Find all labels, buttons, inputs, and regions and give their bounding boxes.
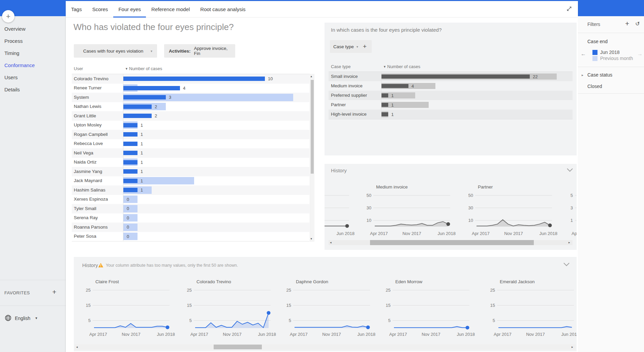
- table-row[interactable]: Upton Mosley1: [72, 121, 309, 130]
- filters-divider: [578, 33, 644, 33]
- sidebar-item-overview[interactable]: Overview: [0, 23, 66, 35]
- users-table-vscrollbar[interactable]: ▴▾: [310, 74, 314, 242]
- metric-filter-chip[interactable]: Cases with four eyes violation ▾: [74, 44, 157, 58]
- scroll-thumb[interactable]: [311, 80, 314, 174]
- table-row[interactable]: Colorado Trevino10: [72, 74, 309, 84]
- y-tick-label: 15: [280, 303, 291, 308]
- row-label: Medium invoice: [331, 83, 363, 88]
- value-label: 1: [141, 187, 143, 193]
- tab-root-cause-analysis[interactable]: Root cause analysis: [200, 1, 245, 18]
- column-header-name[interactable]: User: [74, 66, 83, 71]
- value-label: 1: [391, 102, 394, 108]
- row-label: Peter Sosa: [74, 234, 96, 239]
- column-header-cases[interactable]: Number of cases: [387, 64, 420, 69]
- table-row[interactable]: Medium invoice4: [329, 81, 573, 91]
- table-row[interactable]: Renee Turner4: [72, 84, 309, 93]
- case-status-label[interactable]: Case status: [587, 72, 612, 78]
- reset-filters-button[interactable]: ↺: [635, 21, 640, 27]
- table-row[interactable]: Hashim Salinas1: [72, 185, 309, 195]
- table-row[interactable]: High-level invoice1: [329, 110, 573, 119]
- y-tick-label: 30: [462, 205, 473, 210]
- row-label: Partner: [331, 102, 346, 107]
- column-header-cases[interactable]: Number of cases: [129, 66, 162, 71]
- sidebar-item-details[interactable]: Details: [0, 84, 66, 96]
- sidebar-item-users[interactable]: Users: [0, 71, 66, 84]
- row-label: High-level invoice: [331, 112, 367, 117]
- value-bar: [381, 103, 388, 107]
- sidebar-item-process[interactable]: Process: [0, 35, 66, 47]
- add-column-button[interactable]: +: [363, 43, 367, 50]
- value-bar: [381, 75, 530, 79]
- table-row[interactable]: Partner1: [329, 100, 573, 110]
- collapse-chevron-icon[interactable]: [563, 262, 570, 266]
- scroll-thumb[interactable]: [214, 345, 262, 349]
- table-row[interactable]: Rebecca Love1: [72, 139, 309, 149]
- table-row[interactable]: Neil Vega1: [72, 148, 309, 158]
- y-tick-label: 5: [79, 318, 91, 323]
- tab-four-eyes[interactable]: Four eyes: [118, 1, 141, 18]
- table-row[interactable]: Small invoice22: [329, 72, 573, 81]
- y-tick-label: 3: [561, 205, 573, 210]
- previous-period-arrow-icon[interactable]: ←: [581, 51, 586, 57]
- table-row[interactable]: Preferred supplier1: [329, 91, 573, 100]
- case-type-chip[interactable]: Case type ▾ +: [330, 40, 372, 53]
- chart-claire-frost: Claire Frost25155Apr 2017Nov 2017Jun 201…: [79, 279, 176, 337]
- previous-period-swatch: [592, 56, 597, 61]
- value-bar: [123, 77, 265, 81]
- previous-period-bar: [381, 102, 429, 108]
- x-axis-label: Jun 2018: [530, 231, 557, 236]
- scroll-right-arrow-icon[interactable]: ▸: [572, 346, 573, 349]
- x-axis-label: Apr 2017: [472, 231, 490, 236]
- cases-panel: In which cases is the four eyes principl…: [325, 23, 577, 155]
- table-row[interactable]: Serena Ray0: [72, 213, 309, 223]
- table-row[interactable]: Jasmine Yang1: [72, 167, 309, 176]
- column-header-name[interactable]: Case type: [331, 64, 351, 69]
- next-period-arrow-icon[interactable]: →: [637, 51, 643, 57]
- value-label: 22: [533, 74, 538, 79]
- row-label: Naida Ortiz: [74, 159, 97, 165]
- table-row[interactable]: Grant Little2: [72, 111, 309, 121]
- table-row[interactable]: Roanna Parsons0: [72, 223, 309, 232]
- activities-filter-value: Approve invoice, Fin: [194, 46, 231, 56]
- globe-icon: [4, 314, 12, 322]
- table-row[interactable]: Peter Sosa0: [72, 232, 309, 241]
- favorites-add-button[interactable]: +: [52, 288, 56, 296]
- language-selector[interactable]: English ▾: [4, 314, 62, 323]
- filters-sidebar: Filters + ↺ Case end ← Jun 2018 Previous…: [578, 16, 644, 352]
- table-row[interactable]: Naida Ortiz1: [72, 158, 309, 167]
- table-row[interactable]: Rogan Campbell1: [72, 130, 309, 139]
- language-label: English: [15, 316, 30, 321]
- tab-scores[interactable]: Scores: [92, 1, 108, 18]
- add-filter-button[interactable]: +: [625, 20, 629, 28]
- x-axis-label: Nov 2017: [397, 231, 427, 236]
- scroll-thumb[interactable]: [370, 240, 534, 245]
- user-history-scrollbar[interactable]: ◂▸: [75, 344, 576, 350]
- tab-reference-model[interactable]: Reference model: [151, 1, 190, 18]
- scroll-right-arrow-icon[interactable]: ▸: [569, 241, 570, 244]
- case-history-scrollbar[interactable]: ◂▸: [329, 240, 573, 245]
- scroll-left-arrow-icon[interactable]: ◂: [76, 346, 78, 349]
- table-row[interactable]: System3: [72, 93, 309, 102]
- x-axis-label: Nov 2017: [498, 231, 529, 236]
- filters-divider: [578, 93, 644, 94]
- add-analysis-button[interactable]: +: [2, 10, 14, 23]
- table-bottom-divider: [72, 241, 309, 241]
- row-label: Grant Little: [74, 113, 96, 118]
- scroll-down-arrow-icon[interactable]: ▾: [311, 237, 312, 240]
- table-row[interactable]: Jack Maynard1: [72, 176, 309, 186]
- table-row[interactable]: Tyler Small0: [72, 204, 309, 213]
- collapse-chevron-icon[interactable]: [566, 168, 573, 172]
- scroll-up-arrow-icon[interactable]: ▴: [311, 75, 312, 78]
- sidebar-item-timing[interactable]: Timing: [0, 47, 66, 59]
- x-axis-label: Apr 2017: [494, 332, 512, 337]
- expand-icon[interactable]: [566, 6, 573, 12]
- table-row[interactable]: Xerxes Espinoza0: [72, 195, 309, 204]
- value-bar: [123, 132, 137, 137]
- sidebar-item-conformance[interactable]: Conformance: [0, 59, 66, 71]
- scroll-left-arrow-icon[interactable]: ◂: [330, 241, 332, 244]
- row-label: Serena Ray: [74, 215, 98, 220]
- table-row[interactable]: Nathan Lewis2: [72, 102, 309, 112]
- tab-tags[interactable]: Tags: [71, 1, 82, 18]
- activities-filter-chip[interactable]: Activities: Approve invoice, Fin: [164, 44, 235, 58]
- value-label: 1: [141, 150, 143, 155]
